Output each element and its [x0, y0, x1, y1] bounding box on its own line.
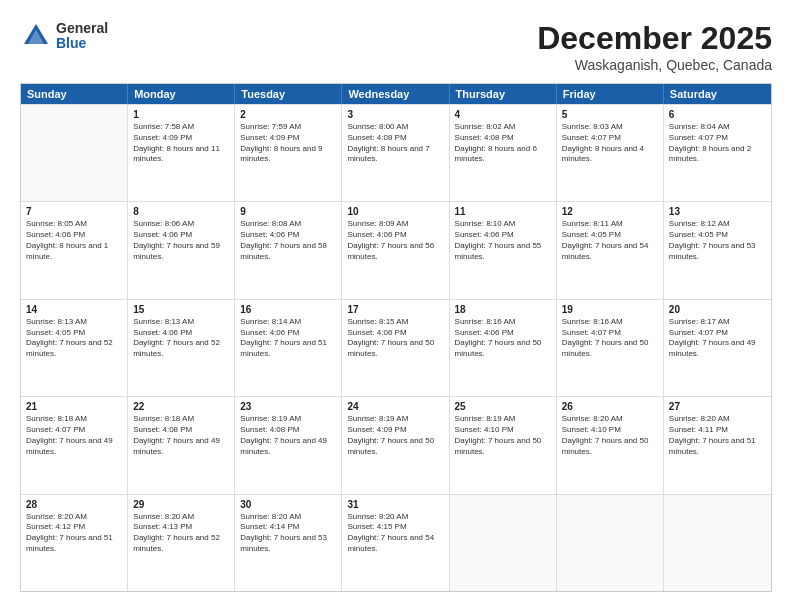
calendar-row-4: 21Sunrise: 8:18 AM Sunset: 4:07 PM Dayli…: [21, 396, 771, 493]
calendar-row-3: 14Sunrise: 8:13 AM Sunset: 4:05 PM Dayli…: [21, 299, 771, 396]
location: Waskaganish, Quebec, Canada: [537, 57, 772, 73]
calendar-cell: 11Sunrise: 8:10 AM Sunset: 4:06 PM Dayli…: [450, 202, 557, 298]
sun-info: Sunrise: 8:17 AM Sunset: 4:07 PM Dayligh…: [669, 317, 766, 360]
calendar-cell: 17Sunrise: 8:15 AM Sunset: 4:06 PM Dayli…: [342, 300, 449, 396]
day-number: 31: [347, 498, 443, 511]
calendar-cell: 7Sunrise: 8:05 AM Sunset: 4:06 PM Daylig…: [21, 202, 128, 298]
header-wednesday: Wednesday: [342, 84, 449, 104]
day-number: 30: [240, 498, 336, 511]
sun-info: Sunrise: 8:14 AM Sunset: 4:06 PM Dayligh…: [240, 317, 336, 360]
sun-info: Sunrise: 8:16 AM Sunset: 4:07 PM Dayligh…: [562, 317, 658, 360]
calendar-cell: [664, 495, 771, 591]
day-number: 12: [562, 205, 658, 218]
sun-info: Sunrise: 8:15 AM Sunset: 4:06 PM Dayligh…: [347, 317, 443, 360]
day-number: 10: [347, 205, 443, 218]
sun-info: Sunrise: 8:00 AM Sunset: 4:08 PM Dayligh…: [347, 122, 443, 165]
sun-info: Sunrise: 8:18 AM Sunset: 4:08 PM Dayligh…: [133, 414, 229, 457]
day-number: 9: [240, 205, 336, 218]
calendar-cell: [450, 495, 557, 591]
calendar-row-5: 28Sunrise: 8:20 AM Sunset: 4:12 PM Dayli…: [21, 494, 771, 591]
sun-info: Sunrise: 8:13 AM Sunset: 4:05 PM Dayligh…: [26, 317, 122, 360]
day-number: 17: [347, 303, 443, 316]
day-number: 26: [562, 400, 658, 413]
logo-general: General: [56, 21, 108, 36]
header-saturday: Saturday: [664, 84, 771, 104]
sun-info: Sunrise: 8:19 AM Sunset: 4:10 PM Dayligh…: [455, 414, 551, 457]
calendar-cell: 4Sunrise: 8:02 AM Sunset: 4:08 PM Daylig…: [450, 105, 557, 201]
calendar-cell: 12Sunrise: 8:11 AM Sunset: 4:05 PM Dayli…: [557, 202, 664, 298]
header: General Blue December 2025 Waskaganish, …: [20, 20, 772, 73]
sun-info: Sunrise: 8:20 AM Sunset: 4:13 PM Dayligh…: [133, 512, 229, 555]
calendar-cell: 15Sunrise: 8:13 AM Sunset: 4:06 PM Dayli…: [128, 300, 235, 396]
day-number: 15: [133, 303, 229, 316]
sun-info: Sunrise: 8:10 AM Sunset: 4:06 PM Dayligh…: [455, 219, 551, 262]
calendar-cell: 19Sunrise: 8:16 AM Sunset: 4:07 PM Dayli…: [557, 300, 664, 396]
sun-info: Sunrise: 8:16 AM Sunset: 4:06 PM Dayligh…: [455, 317, 551, 360]
day-number: 19: [562, 303, 658, 316]
calendar-cell: 24Sunrise: 8:19 AM Sunset: 4:09 PM Dayli…: [342, 397, 449, 493]
sun-info: Sunrise: 8:19 AM Sunset: 4:09 PM Dayligh…: [347, 414, 443, 457]
calendar-cell: 29Sunrise: 8:20 AM Sunset: 4:13 PM Dayli…: [128, 495, 235, 591]
header-thursday: Thursday: [450, 84, 557, 104]
day-number: 1: [133, 108, 229, 121]
sun-info: Sunrise: 8:18 AM Sunset: 4:07 PM Dayligh…: [26, 414, 122, 457]
sun-info: Sunrise: 8:20 AM Sunset: 4:11 PM Dayligh…: [669, 414, 766, 457]
calendar-cell: 13Sunrise: 8:12 AM Sunset: 4:05 PM Dayli…: [664, 202, 771, 298]
calendar-cell: 31Sunrise: 8:20 AM Sunset: 4:15 PM Dayli…: [342, 495, 449, 591]
calendar-cell: 3Sunrise: 8:00 AM Sunset: 4:08 PM Daylig…: [342, 105, 449, 201]
sun-info: Sunrise: 8:20 AM Sunset: 4:10 PM Dayligh…: [562, 414, 658, 457]
sun-info: Sunrise: 8:19 AM Sunset: 4:08 PM Dayligh…: [240, 414, 336, 457]
sun-info: Sunrise: 8:09 AM Sunset: 4:06 PM Dayligh…: [347, 219, 443, 262]
sun-info: Sunrise: 7:59 AM Sunset: 4:09 PM Dayligh…: [240, 122, 336, 165]
sun-info: Sunrise: 8:02 AM Sunset: 4:08 PM Dayligh…: [455, 122, 551, 165]
sun-info: Sunrise: 8:05 AM Sunset: 4:06 PM Dayligh…: [26, 219, 122, 262]
logo: General Blue: [20, 20, 108, 52]
calendar-cell: 5Sunrise: 8:03 AM Sunset: 4:07 PM Daylig…: [557, 105, 664, 201]
calendar-cell: 8Sunrise: 8:06 AM Sunset: 4:06 PM Daylig…: [128, 202, 235, 298]
day-number: 14: [26, 303, 122, 316]
sun-info: Sunrise: 8:20 AM Sunset: 4:15 PM Dayligh…: [347, 512, 443, 555]
calendar-cell: 2Sunrise: 7:59 AM Sunset: 4:09 PM Daylig…: [235, 105, 342, 201]
sun-info: Sunrise: 7:58 AM Sunset: 4:09 PM Dayligh…: [133, 122, 229, 165]
logo-blue: Blue: [56, 36, 108, 51]
sun-info: Sunrise: 8:20 AM Sunset: 4:14 PM Dayligh…: [240, 512, 336, 555]
calendar-cell: 9Sunrise: 8:08 AM Sunset: 4:06 PM Daylig…: [235, 202, 342, 298]
calendar-cell: 22Sunrise: 8:18 AM Sunset: 4:08 PM Dayli…: [128, 397, 235, 493]
day-number: 5: [562, 108, 658, 121]
day-number: 29: [133, 498, 229, 511]
calendar-cell: 23Sunrise: 8:19 AM Sunset: 4:08 PM Dayli…: [235, 397, 342, 493]
calendar-cell: 28Sunrise: 8:20 AM Sunset: 4:12 PM Dayli…: [21, 495, 128, 591]
day-number: 24: [347, 400, 443, 413]
calendar-body: 1Sunrise: 7:58 AM Sunset: 4:09 PM Daylig…: [21, 104, 771, 591]
calendar-cell: 21Sunrise: 8:18 AM Sunset: 4:07 PM Dayli…: [21, 397, 128, 493]
sun-info: Sunrise: 8:03 AM Sunset: 4:07 PM Dayligh…: [562, 122, 658, 165]
header-friday: Friday: [557, 84, 664, 104]
day-number: 6: [669, 108, 766, 121]
calendar-cell: 30Sunrise: 8:20 AM Sunset: 4:14 PM Dayli…: [235, 495, 342, 591]
sun-info: Sunrise: 8:13 AM Sunset: 4:06 PM Dayligh…: [133, 317, 229, 360]
day-number: 25: [455, 400, 551, 413]
day-number: 20: [669, 303, 766, 316]
calendar-cell: 18Sunrise: 8:16 AM Sunset: 4:06 PM Dayli…: [450, 300, 557, 396]
logo-icon: [20, 20, 52, 52]
day-number: 27: [669, 400, 766, 413]
calendar-cell: 20Sunrise: 8:17 AM Sunset: 4:07 PM Dayli…: [664, 300, 771, 396]
calendar-cell: 25Sunrise: 8:19 AM Sunset: 4:10 PM Dayli…: [450, 397, 557, 493]
calendar: Sunday Monday Tuesday Wednesday Thursday…: [20, 83, 772, 592]
logo-text: General Blue: [56, 21, 108, 52]
day-number: 4: [455, 108, 551, 121]
page: General Blue December 2025 Waskaganish, …: [0, 0, 792, 612]
calendar-cell: 6Sunrise: 8:04 AM Sunset: 4:07 PM Daylig…: [664, 105, 771, 201]
header-monday: Monday: [128, 84, 235, 104]
calendar-cell: 26Sunrise: 8:20 AM Sunset: 4:10 PM Dayli…: [557, 397, 664, 493]
calendar-row-1: 1Sunrise: 7:58 AM Sunset: 4:09 PM Daylig…: [21, 104, 771, 201]
day-number: 11: [455, 205, 551, 218]
calendar-cell: [21, 105, 128, 201]
day-number: 16: [240, 303, 336, 316]
sun-info: Sunrise: 8:08 AM Sunset: 4:06 PM Dayligh…: [240, 219, 336, 262]
day-number: 23: [240, 400, 336, 413]
day-number: 7: [26, 205, 122, 218]
day-number: 8: [133, 205, 229, 218]
sun-info: Sunrise: 8:06 AM Sunset: 4:06 PM Dayligh…: [133, 219, 229, 262]
day-number: 18: [455, 303, 551, 316]
